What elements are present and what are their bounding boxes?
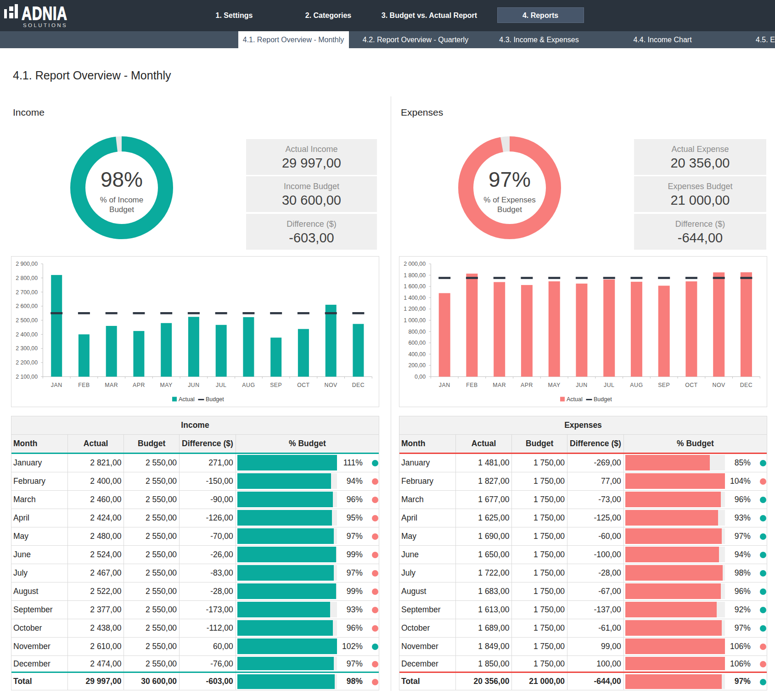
svg-text:MAR: MAR [493, 382, 506, 388]
svg-text:2 500,00: 2 500,00 [16, 317, 38, 324]
svg-text:AUG: AUG [630, 382, 643, 388]
svg-text:MAR: MAR [105, 382, 118, 388]
svg-text:DEC: DEC [352, 382, 365, 388]
svg-text:1 600,00: 1 600,00 [404, 283, 426, 290]
svg-text:FEB: FEB [466, 382, 477, 388]
svg-text:OCT: OCT [685, 382, 697, 388]
svg-text:2 700,00: 2 700,00 [16, 289, 38, 296]
svg-text:200,00: 200,00 [408, 362, 426, 369]
svg-text:JUN: JUN [576, 382, 587, 388]
svg-text:0,00: 0,00 [415, 374, 426, 380]
svg-text:2 200,00: 2 200,00 [16, 359, 38, 366]
svg-text:600,00: 600,00 [408, 340, 426, 346]
svg-text:APR: APR [521, 382, 533, 388]
svg-text:OCT: OCT [297, 382, 309, 388]
svg-text:JAN: JAN [439, 382, 450, 388]
svg-text:2 300,00: 2 300,00 [16, 345, 38, 352]
svg-text:1 400,00: 1 400,00 [404, 295, 426, 301]
svg-text:MAY: MAY [160, 382, 173, 388]
svg-text:Budget: Budget [594, 396, 612, 403]
svg-text:SEP: SEP [270, 382, 282, 388]
svg-text:APR: APR [133, 382, 145, 388]
svg-text:SEP: SEP [658, 382, 670, 388]
svg-text:800,00: 800,00 [408, 329, 426, 335]
svg-text:FEB: FEB [78, 382, 90, 388]
svg-text:NOV: NOV [325, 382, 337, 388]
svg-text:2 400,00: 2 400,00 [16, 331, 38, 338]
svg-text:DEC: DEC [740, 382, 753, 388]
svg-text:JAN: JAN [51, 382, 62, 388]
svg-text:JUN: JUN [188, 382, 199, 388]
svg-text:NOV: NOV [713, 382, 725, 388]
svg-text:JUL: JUL [604, 382, 614, 388]
svg-text:2 000,00: 2 000,00 [404, 261, 426, 267]
svg-text:400,00: 400,00 [408, 351, 426, 358]
svg-text:Budget: Budget [206, 396, 224, 403]
svg-text:1 200,00: 1 200,00 [404, 306, 426, 312]
svg-text:MAY: MAY [548, 382, 561, 388]
svg-text:2 100,00: 2 100,00 [16, 374, 38, 380]
svg-text:Actual: Actual [179, 396, 195, 403]
svg-text:2 600,00: 2 600,00 [16, 303, 38, 309]
svg-text:1 800,00: 1 800,00 [404, 272, 426, 279]
svg-text:1 000,00: 1 000,00 [404, 317, 426, 324]
svg-text:AUG: AUG [242, 382, 255, 388]
svg-text:2 900,00: 2 900,00 [16, 261, 38, 267]
svg-text:Actual: Actual [567, 396, 583, 403]
svg-text:2 800,00: 2 800,00 [16, 275, 38, 281]
svg-text:JUL: JUL [216, 382, 226, 388]
